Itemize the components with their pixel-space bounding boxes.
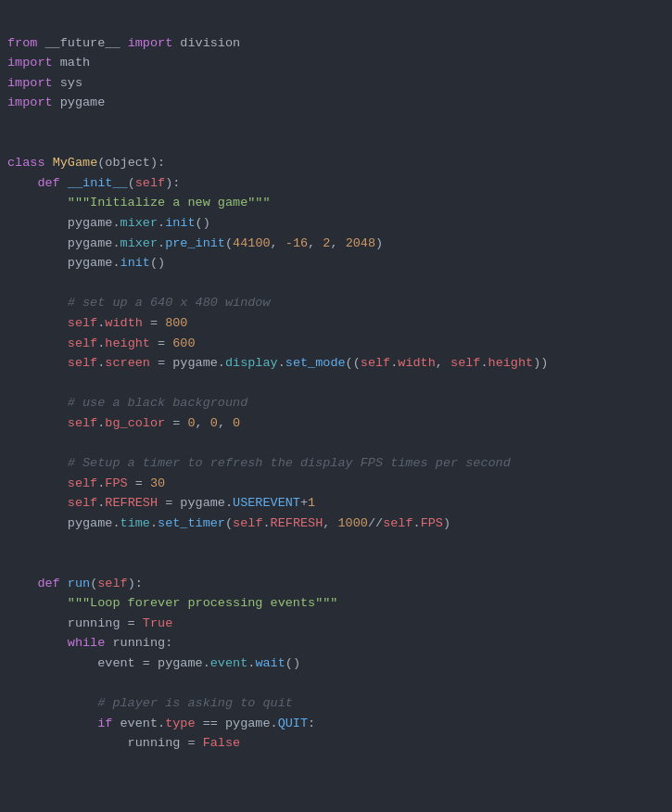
code-line-14: # set up a 640 x 480 window: [7, 296, 271, 310]
code-line-24: self.REFRESH = pygame.USEREVENT+1: [7, 496, 315, 510]
code-line-22: # Setup a timer to refresh the display F…: [7, 456, 511, 470]
code-line-35: if event.type == pygame.QUIT:: [7, 717, 315, 730]
code-line-11: pygame.mixer.pre_init(44100, -16, 2, 204…: [7, 236, 383, 250]
code-line-34: # player is asking to quit: [7, 696, 293, 710]
code-line-36: running = False: [7, 736, 240, 750]
code-line-23: self.FPS = 30: [7, 476, 165, 490]
code-line-2: import math: [7, 56, 90, 70]
code-line-4: import pygame: [7, 95, 105, 109]
code-line-30: running = True: [7, 616, 172, 630]
code-line-19: # use a black background: [7, 396, 247, 410]
code-line-17: self.screen = pygame.display.set_mode((s…: [7, 356, 548, 370]
code-line-12: pygame.init(): [7, 256, 165, 270]
code-line-9: """Initialize a new game""": [7, 196, 271, 209]
code-line-3: import sys: [7, 76, 82, 90]
code-line-25: pygame.time.set_timer(self.REFRESH, 1000…: [7, 516, 450, 530]
code-line-8: def __init__(self):: [7, 176, 180, 190]
code-line-15: self.width = 800: [7, 316, 187, 330]
code-line-31: while running:: [7, 636, 172, 650]
code-line-10: pygame.mixer.init(): [7, 216, 210, 230]
code-line-28: def run(self):: [7, 577, 143, 590]
code-line-32: event = pygame.event.wait(): [7, 656, 300, 670]
code-line-1: from __future__ import division: [7, 36, 240, 50]
code-editor: from __future__ import division import m…: [0, 9, 672, 757]
code-line-20: self.bg_color = 0, 0, 0: [7, 416, 240, 430]
code-line-29: """Loop forever processing events""": [7, 596, 337, 610]
code-line-7: class MyGame(object):: [7, 156, 165, 170]
code-line-16: self.height = 600: [7, 336, 196, 350]
